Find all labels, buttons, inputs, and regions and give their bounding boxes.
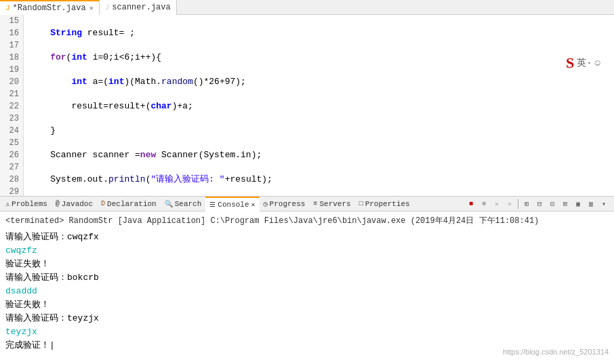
sogou-widget: S 英· ☺: [566, 54, 600, 72]
bottom-tabs-bar: ⚠ Problems @ Javadoc D Declaration 🔍 Sea…: [0, 197, 614, 211]
declaration-icon: D: [101, 200, 105, 207]
progress-icon: ◷: [264, 200, 268, 208]
properties-icon: □: [359, 200, 363, 207]
java-file-icon: J: [5, 4, 10, 12]
console-line-2: cwqzfz: [5, 244, 609, 258]
tab-randomstr[interactable]: J *RandomStr.java ✕: [0, 0, 100, 15]
code-content[interactable]: String result= ; for(int i=0;i<6;i++){ i…: [24, 15, 614, 197]
servers-icon: ≡: [313, 200, 317, 207]
console-line-6: 验证失败！: [5, 298, 609, 312]
terminate-btn[interactable]: ■: [465, 198, 477, 210]
line-numbers: 15 16 17 18 19 20 21 22 23 24 25 26 27 2…: [0, 15, 24, 197]
sogou-s-icon: S: [566, 54, 574, 72]
tab-properties[interactable]: □ Properties: [355, 197, 414, 211]
console-toolbar: ■ ■ ✕ ✕ ⊞ ⊟ ⊡ ⊞ ▣ ▥ ▾: [465, 198, 613, 210]
tab-console-label: Console: [218, 201, 249, 209]
watermark: https://blog.csdn.net/z_5201314: [503, 345, 609, 359]
view-menu-btn[interactable]: ▾: [598, 198, 610, 210]
console-close-icon[interactable]: ✕: [251, 201, 255, 209]
toolbar-btn-10[interactable]: ▥: [585, 198, 597, 210]
console-line-5: dsaddd: [5, 285, 609, 298]
tab-declaration[interactable]: D Declaration: [97, 197, 161, 211]
toolbar-btn-4[interactable]: ✕: [504, 198, 516, 210]
tab-problems[interactable]: ⚠ Problems: [1, 197, 52, 211]
toolbar-btn-7[interactable]: ⊡: [546, 198, 558, 210]
sogou-smiley: ☺: [595, 58, 600, 68]
tab-declaration-label: Declaration: [107, 200, 157, 208]
console-line-3: 验证失败！: [5, 258, 609, 271]
toolbar-btn-8[interactable]: ⊞: [559, 198, 571, 210]
toolbar-btn-6[interactable]: ⊟: [533, 198, 546, 210]
console-icon: ☰: [209, 201, 216, 209]
problems-icon: ⚠: [5, 200, 9, 208]
sogou-text: 英·: [577, 57, 592, 69]
stop-btn[interactable]: ■: [478, 198, 490, 210]
tab-problems-label: Problems: [12, 200, 47, 208]
toolbar-btn-5[interactable]: ⊞: [520, 198, 533, 210]
editor-tabs-bar: J *RandomStr.java ✕ J scanner.java: [0, 0, 614, 15]
tab-scanner[interactable]: J scanner.java: [100, 0, 177, 15]
console-header: <terminated> RandomStr [Java Application…: [5, 214, 609, 228]
toolbar-separator: [518, 199, 518, 209]
tab-console[interactable]: ☰ Console ✕: [205, 197, 259, 211]
toolbar-btn-9[interactable]: ▣: [572, 198, 584, 210]
search-icon: 🔍: [165, 200, 173, 208]
javadoc-icon: @: [56, 200, 60, 207]
tab-progress[interactable]: ◷ Progress: [260, 197, 310, 211]
console-output-area: <terminated> RandomStr [Java Application…: [0, 211, 614, 364]
tab-label-scanner: scanner.java: [112, 3, 170, 12]
tab-servers[interactable]: ≡ Servers: [309, 197, 354, 211]
clear-btn[interactable]: ✕: [491, 198, 503, 210]
bottom-panel: ⚠ Problems @ Javadoc D Declaration 🔍 Sea…: [0, 197, 614, 364]
console-line-7: 请输入验证码：teyzjx: [5, 312, 609, 325]
tab-properties-label: Properties: [365, 200, 410, 208]
tab-javadoc[interactable]: @ Javadoc: [52, 197, 97, 211]
code-editor: J *RandomStr.java ✕ J scanner.java 15 16…: [0, 0, 614, 197]
tab-servers-label: Servers: [319, 200, 350, 208]
tab-search-label: Search: [175, 200, 202, 208]
code-area: 15 16 17 18 19 20 21 22 23 24 25 26 27 2…: [0, 15, 614, 197]
tab-progress-label: Progress: [270, 200, 306, 208]
java-file-icon-2: J: [105, 3, 110, 12]
console-line-8: teyzjx: [5, 325, 609, 339]
tab-label-randomstr: *RandomStr.java: [13, 3, 86, 13]
close-tab-randomstr[interactable]: ✕: [89, 4, 94, 12]
tab-search[interactable]: 🔍 Search: [161, 197, 206, 211]
console-line-4: 请输入验证码：bokcrb: [5, 271, 609, 285]
tab-javadoc-label: Javadoc: [62, 200, 93, 208]
console-line-1: 请输入验证码：cwqzfx: [5, 230, 609, 244]
